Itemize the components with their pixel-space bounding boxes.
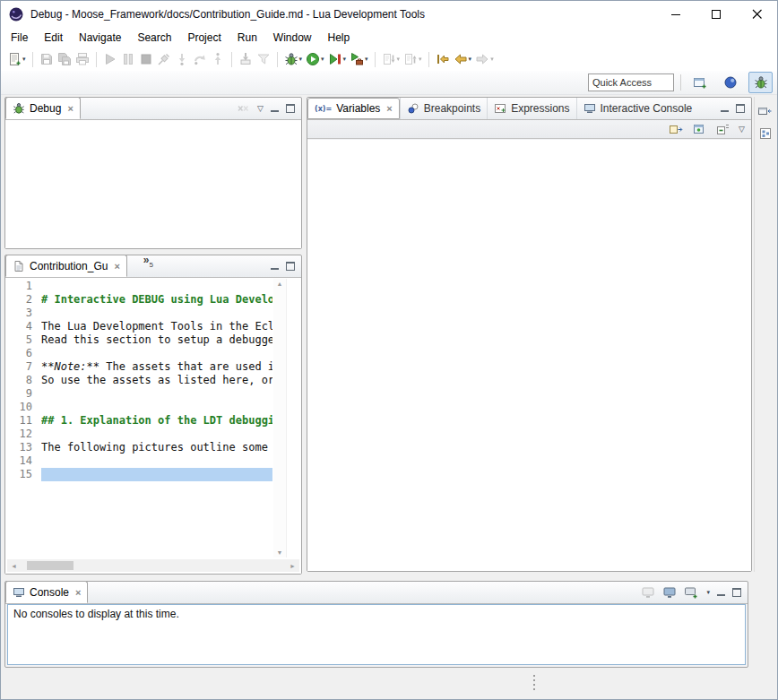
tab-variables[interactable]: (x)= Variables × bbox=[307, 98, 400, 119]
editor-minmax bbox=[264, 255, 301, 277]
view-menu-icon[interactable]: ▽ bbox=[739, 125, 745, 134]
dropdown-icon[interactable]: ▾ bbox=[299, 56, 303, 63]
lua-perspective-button[interactable] bbox=[718, 72, 742, 93]
print-button[interactable] bbox=[73, 49, 91, 69]
show-type-names-icon[interactable] bbox=[692, 122, 706, 136]
run-button[interactable]: ▾ bbox=[304, 49, 326, 69]
collapse-all-icon[interactable] bbox=[715, 122, 730, 136]
tab-interactive-console[interactable]: Interactive Console bbox=[576, 98, 699, 119]
terminate-button[interactable] bbox=[137, 49, 155, 69]
scroll-right-icon[interactable]: ► bbox=[286, 563, 299, 569]
dropdown-icon[interactable]: ▾ bbox=[419, 56, 422, 63]
menu-navigate[interactable]: Navigate bbox=[71, 29, 129, 47]
maximize-view-icon[interactable] bbox=[732, 588, 741, 597]
previous-annotation-icon bbox=[403, 52, 418, 66]
dropdown-icon[interactable]: ▾ bbox=[397, 56, 401, 63]
dropdown-icon[interactable]: ▾ bbox=[469, 56, 472, 63]
display-selected-console-icon[interactable] bbox=[662, 585, 677, 600]
dropdown-icon[interactable]: ▾ bbox=[706, 589, 710, 596]
disconnect-button[interactable] bbox=[155, 49, 173, 69]
menu-help[interactable]: Help bbox=[320, 29, 359, 47]
maximize-view-icon[interactable] bbox=[286, 104, 295, 113]
line-text bbox=[41, 401, 272, 414]
menu-edit[interactable]: Edit bbox=[36, 29, 71, 47]
quick-access-input[interactable] bbox=[588, 73, 674, 91]
previous-annotation-button[interactable]: ▾ bbox=[402, 49, 424, 69]
remove-all-terminated-icon[interactable] bbox=[237, 103, 250, 115]
tab-debug[interactable]: Debug × bbox=[5, 97, 81, 119]
editor-vertical-scrollbar[interactable]: ▲ ▼ bbox=[273, 279, 286, 557]
debug-view-content[interactable] bbox=[5, 120, 301, 248]
step-into-icon bbox=[175, 52, 189, 66]
close-tab-icon[interactable]: × bbox=[67, 103, 73, 114]
menu-window[interactable]: Window bbox=[265, 29, 320, 47]
editor-overflow-chevron[interactable]: » 5 bbox=[143, 252, 153, 277]
step-over-button[interactable] bbox=[191, 49, 209, 69]
dropdown-icon[interactable]: ▾ bbox=[22, 56, 26, 63]
view-menu-icon[interactable]: ▽ bbox=[257, 104, 264, 113]
show-logical-structures-icon[interactable] bbox=[669, 122, 683, 136]
horizontal-scroll-thumb[interactable] bbox=[27, 561, 73, 570]
open-perspective-button[interactable] bbox=[687, 72, 712, 93]
debug-view-toolbar: ▽ bbox=[230, 98, 301, 119]
line-number: 15 bbox=[5, 468, 41, 481]
next-annotation-button[interactable]: ▾ bbox=[380, 49, 402, 69]
tab-expressions[interactable]: Expressions bbox=[487, 98, 575, 119]
editor-content[interactable]: 1 2# Interactive DEBUG using Lua Develop… bbox=[5, 278, 301, 574]
minimize-view-icon[interactable] bbox=[271, 105, 279, 113]
menu-search[interactable]: Search bbox=[129, 29, 179, 47]
close-window-button[interactable] bbox=[737, 1, 777, 28]
minimize-window-button[interactable] bbox=[656, 1, 696, 28]
use-step-filters-button[interactable] bbox=[255, 49, 272, 69]
drop-to-frame-button[interactable] bbox=[237, 49, 255, 69]
close-tab-icon[interactable]: × bbox=[75, 587, 81, 598]
close-tab-icon[interactable]: × bbox=[386, 103, 392, 114]
maximize-view-icon[interactable] bbox=[286, 262, 295, 271]
dropdown-icon[interactable]: ▾ bbox=[321, 56, 324, 63]
console-content[interactable]: No consoles to display at this time. bbox=[7, 604, 746, 665]
minimize-view-icon[interactable] bbox=[271, 263, 279, 271]
scroll-left-icon[interactable]: ◄ bbox=[7, 563, 21, 569]
dropdown-icon[interactable]: ▾ bbox=[343, 56, 347, 63]
editor-horizontal-scrollbar[interactable]: ◄ ► bbox=[7, 559, 299, 572]
step-into-button[interactable] bbox=[173, 49, 191, 69]
tab-breakpoints[interactable]: Breakpoints bbox=[400, 98, 487, 119]
restore-view-icon[interactable] bbox=[757, 104, 773, 118]
dropdown-icon[interactable]: ▾ bbox=[490, 56, 494, 63]
maximize-view-icon[interactable] bbox=[736, 104, 745, 113]
resume-button[interactable] bbox=[101, 49, 119, 69]
minimize-view-icon[interactable] bbox=[721, 105, 729, 113]
forward-button[interactable]: ▾ bbox=[473, 49, 496, 69]
last-edit-location-button[interactable] bbox=[434, 49, 452, 69]
menu-run[interactable]: Run bbox=[229, 29, 265, 47]
status-bar-grip[interactable] bbox=[533, 675, 535, 690]
line-text: Read this section to setup a debugger bbox=[41, 333, 272, 347]
editor-code-area[interactable]: 1 2# Interactive DEBUG using Lua Develop… bbox=[5, 280, 272, 557]
maximize-window-button[interactable] bbox=[696, 1, 737, 28]
scroll-up-icon[interactable]: ▲ bbox=[277, 281, 283, 287]
save-all-button[interactable] bbox=[56, 49, 73, 69]
menu-project[interactable]: Project bbox=[179, 29, 229, 47]
run-icon bbox=[306, 52, 320, 66]
tab-console[interactable]: Console × bbox=[5, 581, 88, 603]
step-return-button[interactable] bbox=[209, 49, 227, 69]
tab-contribution-guide[interactable]: Contribution_Gu × bbox=[5, 255, 127, 277]
editor-line: 11## 1. Explanation of the LDT debuggin bbox=[5, 414, 272, 428]
outline-view-icon[interactable] bbox=[758, 126, 773, 141]
save-button[interactable] bbox=[38, 49, 56, 69]
debug-button[interactable]: ▾ bbox=[282, 49, 305, 69]
suspend-button[interactable] bbox=[119, 49, 137, 69]
menu-file[interactable]: File bbox=[3, 29, 36, 47]
new-wizard-button[interactable]: ▾ bbox=[5, 49, 28, 69]
close-tab-icon[interactable]: × bbox=[114, 261, 119, 272]
scroll-down-icon[interactable]: ▼ bbox=[277, 549, 283, 556]
external-tools-button[interactable]: ▾ bbox=[348, 49, 370, 69]
coverage-button[interactable]: ▾ bbox=[326, 49, 349, 69]
variables-view-content[interactable] bbox=[307, 140, 751, 571]
open-console-icon[interactable] bbox=[684, 585, 698, 600]
dropdown-icon[interactable]: ▾ bbox=[365, 56, 368, 63]
pin-console-icon[interactable] bbox=[641, 585, 655, 600]
minimize-view-icon[interactable] bbox=[717, 589, 725, 597]
back-button[interactable]: ▾ bbox=[452, 49, 474, 69]
debug-perspective-button[interactable] bbox=[748, 72, 773, 93]
